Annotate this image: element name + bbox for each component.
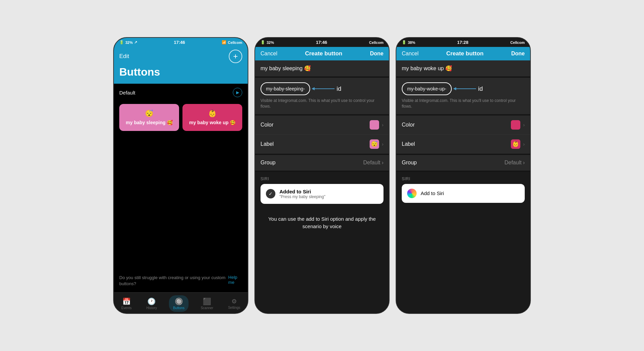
siri-section-3: SIRI Add to Siri xyxy=(396,172,530,208)
page-title: Buttons xyxy=(119,66,242,78)
woke-label: my baby woke up 🥰 xyxy=(189,119,236,126)
sleeping-icon: 😴 xyxy=(145,109,153,117)
status-left-2: 🔋 32% xyxy=(261,40,274,45)
section-label: Default xyxy=(119,90,135,96)
section-header: Default ▶ xyxy=(114,84,248,101)
scanner-icon: ⬛ xyxy=(203,297,211,305)
edit-button[interactable]: Edit xyxy=(119,53,129,60)
group-row-3[interactable]: Group Default › xyxy=(396,155,530,170)
color-row-3[interactable]: Color › xyxy=(396,115,530,135)
id-arrow-3: id xyxy=(456,85,483,92)
color-label-2: Color xyxy=(261,122,273,128)
buttons-label: Buttons xyxy=(173,306,184,310)
nav-scanner[interactable]: ⬛ Scanner xyxy=(198,296,216,311)
group-value-2: Default › xyxy=(363,160,383,166)
battery-pct-2: 32% xyxy=(267,40,274,45)
create-header-2: Cancel Create button Done xyxy=(255,47,389,60)
tip-text-2: You can use the add to Siri option and a… xyxy=(261,215,383,231)
siri-card-2[interactable]: ✓ Added to Siri "Press my baby sleeping" xyxy=(261,184,383,204)
help-section: Do you still struggle with creating or u… xyxy=(114,269,248,292)
tip-section-2: You can use the add to Siri option and a… xyxy=(255,209,389,237)
color-chevron-3: › xyxy=(523,122,525,128)
label-right-3: 👶 › xyxy=(511,139,525,149)
done-button-3[interactable]: Done xyxy=(511,51,525,57)
group-chevron-2: › xyxy=(382,160,383,166)
id-section-3: my-baby-woke-up- id Visible at Integroma… xyxy=(396,78,530,114)
id-hint-3: Visible at Integromat.com. This is what … xyxy=(402,98,525,109)
nav-buttons[interactable]: 🔘 Buttons xyxy=(169,295,189,312)
settings-section-2: Color › Label 😴 › xyxy=(255,115,389,154)
id-arrow-2: id xyxy=(314,85,341,92)
baby-woke-button[interactable]: 👶 my baby woke up 🥰 xyxy=(182,104,242,131)
settings-icon: ⚙ xyxy=(231,298,237,305)
carrier-3: Cellcom xyxy=(510,40,525,45)
status-bar-1: 🔋 32% ↗ 17:46 📶 Cellcom xyxy=(114,38,248,47)
label-chevron-3: › xyxy=(523,141,525,147)
battery-icon-3: 🔋 xyxy=(402,40,406,45)
create-content-3: my baby woke up 🥰 my-baby-woke-up- id Vi… xyxy=(396,60,530,313)
button-name-row-2: my baby sleeping 🥰 xyxy=(255,60,389,76)
baby-sleeping-button[interactable]: 😴 my baby sleeping 🥰 xyxy=(119,104,179,131)
add-siri-button-3[interactable]: Add to Siri xyxy=(402,184,525,203)
time-1: 17:46 xyxy=(174,40,185,45)
id-section-2: my-baby-sleeping- id Visible at Integrom… xyxy=(255,78,389,114)
id-field-3[interactable]: my-baby-woke-up- xyxy=(402,82,452,95)
group-section-2: Group Default › xyxy=(255,155,389,170)
header-top: Edit + xyxy=(119,50,242,63)
create-header-3: Cancel Create button Done xyxy=(396,47,530,60)
signal-icon-1: ↗ xyxy=(134,40,137,45)
help-text: Do you still struggle with creating or u… xyxy=(119,275,226,287)
siri-icon-3 xyxy=(407,189,417,198)
carrier-1: Cellcom xyxy=(228,40,242,45)
add-siri-text-3: Add to Siri xyxy=(421,190,444,196)
nav-history[interactable]: 🕐 History xyxy=(144,296,159,311)
siri-label-2: SIRI xyxy=(261,177,383,181)
label-row-2[interactable]: Label 😴 › xyxy=(255,135,389,154)
status-left-1: 🔋 32% ↗ xyxy=(119,40,137,45)
history-label: History xyxy=(146,306,157,310)
id-field-2[interactable]: my-baby-sleeping- xyxy=(261,82,310,95)
group-chevron-3: › xyxy=(523,160,525,166)
arrow-line-2 xyxy=(314,88,335,89)
play-button[interactable]: ▶ xyxy=(233,88,242,97)
group-row-2[interactable]: Group Default › xyxy=(255,155,389,170)
id-row-3: my-baby-woke-up- id xyxy=(402,82,525,95)
cancel-button-3[interactable]: Cancel xyxy=(402,51,419,57)
button-name-2: my baby sleeping 🥰 xyxy=(261,65,311,71)
color-swatch-3 xyxy=(511,120,520,130)
id-value-3: my-baby-woke-up- xyxy=(407,86,446,91)
add-button[interactable]: + xyxy=(229,50,242,63)
label-label-3: Label xyxy=(402,141,415,147)
time-3: 17:28 xyxy=(457,40,468,45)
events-icon: 📅 xyxy=(122,297,131,305)
group-section-3: Group Default › xyxy=(396,155,530,170)
label-row-3[interactable]: Label 👶 › xyxy=(396,135,530,154)
cancel-button-2[interactable]: Cancel xyxy=(261,51,277,57)
color-label-3: Color xyxy=(402,122,415,128)
settings-section-3: Color › Label 👶 › xyxy=(396,115,530,154)
id-value-2: my-baby-sleeping- xyxy=(266,86,305,91)
buttons-icon: 🔘 xyxy=(175,297,183,305)
status-left-3: 🔋 38% xyxy=(402,40,415,45)
wifi-icon-1: 📶 xyxy=(222,40,226,45)
id-label-2: id xyxy=(337,85,341,92)
color-row-2[interactable]: Color › xyxy=(255,115,389,135)
help-link[interactable]: Help me xyxy=(228,275,242,285)
status-right-1: 📶 Cellcom xyxy=(222,40,242,45)
siri-check-2: ✓ xyxy=(266,189,275,198)
woke-icon: 👶 xyxy=(208,109,217,117)
group-label-2: Group xyxy=(261,160,275,166)
group-value-3: Default › xyxy=(504,160,525,166)
nav-settings[interactable]: ⚙ Settings xyxy=(225,296,243,311)
nav-events[interactable]: 📅 Events xyxy=(119,296,134,311)
done-button-2[interactable]: Done xyxy=(370,51,383,57)
buttons-grid: 😴 my baby sleeping 🥰 👶 my baby woke up 🥰 xyxy=(114,101,248,136)
label-swatch-3: 👶 xyxy=(511,139,520,149)
plus-icon: + xyxy=(233,52,238,61)
status-right-2: Cellcom xyxy=(369,40,383,45)
siri-added-2: Added to Siri xyxy=(279,189,378,194)
color-swatch-2 xyxy=(370,120,379,130)
color-chevron-2: › xyxy=(382,122,383,128)
history-icon: 🕐 xyxy=(147,297,156,305)
battery-icon-2: 🔋 xyxy=(261,40,265,45)
